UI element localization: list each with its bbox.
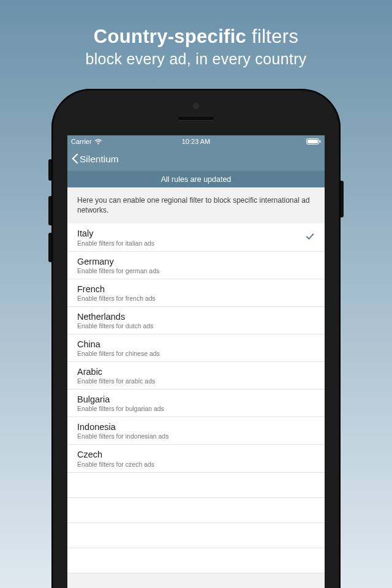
carrier-label: Carrier: [71, 138, 92, 145]
filter-row-empty: [67, 548, 325, 573]
promo-stage: Country-specific filters block every ad,…: [0, 0, 392, 588]
filter-row[interactable]: ChinaEnable filters for chinese ads: [67, 334, 325, 362]
phone-body: Carrier 10:23 AM Sil: [51, 89, 341, 588]
filter-row-subtitle: Enable filters for italian ads: [77, 239, 315, 247]
filter-row[interactable]: IndonesiaEnable filters for indonesian a…: [67, 417, 325, 445]
filter-row-empty: [67, 473, 325, 498]
filter-row[interactable]: NetherlandsEnable filters for dutch ads: [67, 307, 325, 334]
filter-list[interactable]: ItalyEnable filters for italian adsGerma…: [67, 224, 325, 573]
filter-row-subtitle: Enable filters for dutch ads: [77, 322, 315, 330]
status-banner: All rules are updated: [67, 171, 325, 187]
section-description: Here you can enable one regional filter …: [67, 187, 325, 224]
filter-row-subtitle: Enable filters for german ads: [77, 267, 315, 274]
promo-line-2: block every ad, in every country: [85, 50, 306, 68]
filter-row-empty: [67, 498, 325, 523]
status-banner-text: All rules are updated: [161, 175, 232, 184]
battery-icon: [306, 138, 321, 145]
filter-row[interactable]: CzechEnable filters for czech ads: [67, 445, 325, 472]
chevron-left-icon: [71, 154, 78, 165]
status-bar-right: [306, 138, 321, 145]
filter-row-title: Czech: [77, 449, 315, 460]
svg-rect-1: [307, 140, 318, 143]
filter-row-subtitle: Enable filters for indonesian ads: [77, 432, 315, 440]
filter-row-title: French: [77, 284, 315, 295]
status-bar-left: Carrier: [71, 138, 102, 145]
promo-heading: Country-specific filters block every ad,…: [85, 26, 306, 68]
nav-bar: Silentium: [67, 148, 325, 171]
filter-row-subtitle: Enable filters for arabic ads: [77, 377, 315, 385]
phone-sensor: [193, 103, 199, 109]
filter-row-title: China: [77, 339, 315, 350]
filter-row-empty: [67, 523, 325, 548]
filter-row[interactable]: GermanyEnable filters for german ads: [67, 252, 325, 279]
filter-row-subtitle: Enable filters for french ads: [77, 295, 315, 302]
filter-row[interactable]: FrenchEnable filters for french ads: [67, 279, 325, 307]
status-bar: Carrier 10:23 AM: [67, 135, 325, 148]
filter-row-subtitle: Enable filters for bulgarian ads: [77, 405, 315, 412]
back-label: Silentium: [80, 154, 119, 165]
filter-row-title: Italy: [77, 228, 315, 239]
phone-power-button: [341, 181, 344, 217]
svg-rect-2: [320, 140, 321, 143]
filter-row[interactable]: BulgariaEnable filters for bulgarian ads: [67, 390, 325, 417]
promo-line-1-light: filters: [246, 26, 298, 47]
filter-row-title: Indonesia: [77, 421, 315, 432]
phone-screen: Carrier 10:23 AM Sil: [67, 135, 325, 588]
phone-frame: Carrier 10:23 AM Sil: [51, 89, 341, 588]
promo-line-1-bold: Country-specific: [94, 26, 246, 47]
filter-row-title: Germany: [77, 256, 315, 267]
filter-row[interactable]: ArabicEnable filters for arabic ads: [67, 362, 325, 390]
promo-line-1: Country-specific filters: [85, 26, 306, 48]
wifi-icon: [94, 139, 102, 145]
filter-row-title: Bulgaria: [77, 394, 315, 405]
checkmark-icon: [305, 233, 315, 241]
status-time: 10:23 AM: [67, 138, 325, 145]
filter-row[interactable]: ItalyEnable filters for italian ads: [67, 224, 325, 251]
filter-row-subtitle: Enable filters for czech ads: [77, 461, 315, 468]
filter-row-title: Arabic: [77, 366, 315, 377]
filter-row-subtitle: Enable filters for chinese ads: [77, 350, 315, 357]
back-button[interactable]: Silentium: [71, 154, 119, 165]
section-description-text: Here you can enable one regional filter …: [77, 196, 310, 214]
filter-row-title: Netherlands: [77, 311, 315, 322]
phone-speaker: [177, 116, 215, 121]
